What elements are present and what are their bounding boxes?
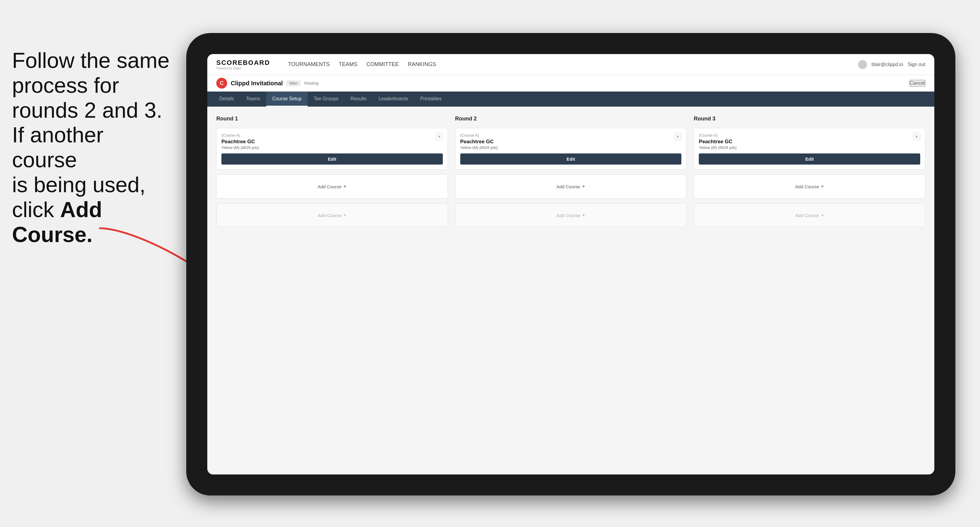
round-1-course-info: (Course A) Peachtree GC Yellow (M) (6629… (221, 133, 259, 150)
scoreboard-logo: SCOREBOARD Powered by clippd (216, 59, 270, 70)
round-2-add-course-label-2: Add Course (557, 213, 580, 218)
round-3-delete-button[interactable]: ✕ (913, 133, 920, 140)
tournament-name: Clippd Invitational (231, 80, 283, 87)
round-3-course-card: (Course A) Peachtree GC Yellow (M) (6629… (694, 128, 925, 170)
round-1-delete-button[interactable]: ✕ (436, 133, 443, 140)
round-3-add-course-1[interactable]: Add Course + (694, 175, 925, 198)
main-content: Round 1 (Course A) Peachtree GC Yellow (… (207, 106, 934, 475)
tournament-logo: C (216, 78, 227, 89)
round-2-course-header: (Course A) Peachtree GC Yellow (M) (6629… (460, 133, 682, 150)
nav-rankings[interactable]: RANKINGS (408, 60, 436, 69)
round-2-edit-button[interactable]: Edit (460, 154, 682, 165)
round-1-course-name: Peachtree GC (221, 139, 259, 145)
round-2-title: Round 2 (455, 116, 687, 122)
round-1-add-course-plus-2: + (344, 212, 347, 219)
round-3-course-name: Peachtree GC (699, 139, 737, 145)
tab-bar: Details Teams Course Setup Tee Groups Re… (207, 92, 934, 106)
user-avatar (858, 60, 867, 69)
round-2-course-label: (Course A) (460, 133, 498, 138)
logo-title: SCOREBOARD (216, 59, 270, 67)
nav-teams[interactable]: TEAMS (339, 60, 358, 69)
round-2-column: Round 2 (Course A) Peachtree GC Yellow (… (455, 116, 687, 227)
round-3-add-course-plus-1: + (821, 184, 824, 190)
round-1-add-course-plus-1: + (344, 184, 347, 190)
round-2-course-info: (Course A) Peachtree GC Yellow (M) (6629… (460, 133, 498, 150)
round-2-course-name: Peachtree GC (460, 139, 498, 145)
round-2-add-course-plus-1: + (582, 184, 585, 190)
round-1-course-header: (Course A) Peachtree GC Yellow (M) (6629… (221, 133, 443, 150)
tournament-gender: Men (286, 80, 301, 86)
nav-right: blair@clippd.io Sign out (858, 60, 925, 69)
round-2-course-card: (Course A) Peachtree GC Yellow (M) (6629… (455, 128, 687, 170)
nav-items: TOURNAMENTS TEAMS COMMITTEE RANKINGS (288, 60, 846, 69)
nav-tournaments[interactable]: TOURNAMENTS (288, 60, 330, 69)
round-1-add-course-label-1: Add Course (318, 184, 341, 189)
tournament-bar: C Clippd Invitational Men Hosting Cancel (207, 75, 934, 92)
round-1-column: Round 1 (Course A) Peachtree GC Yellow (… (216, 116, 448, 227)
round-1-course-label: (Course A) (221, 133, 259, 138)
round-1-add-course-label-2: Add Course (318, 213, 341, 218)
round-3-edit-button[interactable]: Edit (699, 154, 920, 165)
round-3-add-course-label-1: Add Course (795, 184, 819, 189)
tablet-screen: SCOREBOARD Powered by clippd TOURNAMENTS… (207, 54, 934, 475)
round-3-course-detail: Yellow (M) (6629 yds) (699, 145, 737, 150)
round-3-course-label: (Course A) (699, 133, 737, 138)
logo-sub: Powered by clippd (216, 67, 270, 70)
tab-leaderboards[interactable]: Leaderboards (372, 92, 414, 106)
round-2-course-detail: Yellow (M) (6629 yds) (460, 145, 498, 150)
rounds-grid: Round 1 (Course A) Peachtree GC Yellow (… (216, 116, 925, 227)
round-1-course-detail: Yellow (M) (6629 yds) (221, 145, 259, 150)
round-3-add-course-label-2: Add Course (795, 213, 819, 218)
tablet-frame: SCOREBOARD Powered by clippd TOURNAMENTS… (186, 33, 955, 495)
tournament-info: C Clippd Invitational Men Hosting (216, 78, 318, 89)
user-email: blair@clippd.io (872, 62, 903, 67)
nav-committee[interactable]: COMMITTEE (366, 60, 399, 69)
round-2-delete-button[interactable]: ✕ (674, 133, 681, 140)
round-1-course-card: (Course A) Peachtree GC Yellow (M) (6629… (216, 128, 448, 170)
round-3-course-header: (Course A) Peachtree GC Yellow (M) (6629… (699, 133, 920, 150)
round-2-add-course-label-1: Add Course (557, 184, 580, 189)
round-2-add-course-1[interactable]: Add Course + (455, 175, 687, 198)
tab-printables[interactable]: Printables (414, 92, 448, 106)
round-3-column: Round 3 (Course A) Peachtree GC Yellow (… (694, 116, 925, 227)
tab-course-setup[interactable]: Course Setup (266, 92, 308, 106)
tab-results[interactable]: Results (345, 92, 372, 106)
round-3-course-info: (Course A) Peachtree GC Yellow (M) (6629… (699, 133, 737, 150)
hosting-badge: Hosting (304, 81, 318, 86)
round-3-title: Round 3 (694, 116, 925, 122)
tab-teams[interactable]: Teams (240, 92, 266, 106)
round-3-add-course-2: Add Course + (694, 203, 925, 227)
sign-out-link[interactable]: Sign out (908, 62, 925, 67)
round-1-add-course-1[interactable]: Add Course + (216, 175, 448, 198)
top-nav: SCOREBOARD Powered by clippd TOURNAMENTS… (207, 54, 934, 75)
round-1-title: Round 1 (216, 116, 448, 122)
tab-details[interactable]: Details (213, 92, 240, 106)
round-1-edit-button[interactable]: Edit (221, 154, 443, 165)
cancel-button[interactable]: Cancel (909, 80, 925, 86)
round-2-add-course-plus-2: + (582, 212, 585, 219)
round-1-add-course-2: Add Course + (216, 203, 448, 227)
instruction-text: Follow the same process for rounds 2 and… (0, 48, 186, 247)
tab-tee-groups[interactable]: Tee Groups (308, 92, 345, 106)
round-2-add-course-2: Add Course + (455, 203, 687, 227)
round-3-add-course-plus-2: + (821, 212, 824, 219)
